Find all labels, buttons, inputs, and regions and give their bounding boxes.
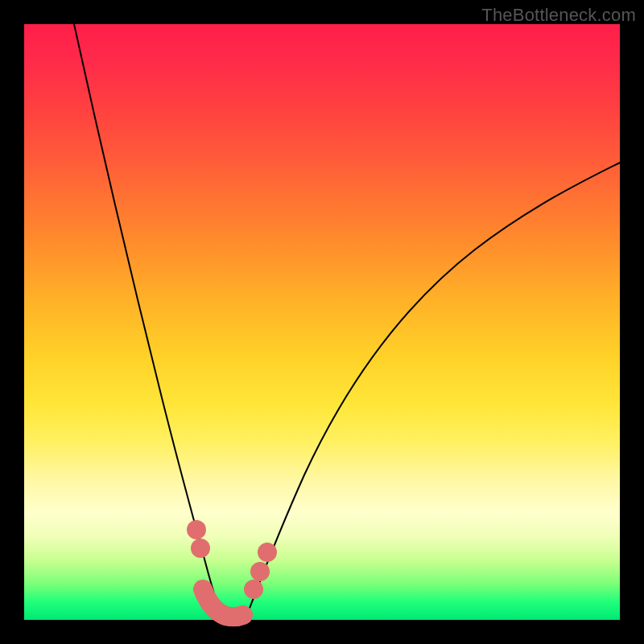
marker-left-2	[191, 539, 210, 558]
marker-left-1	[187, 520, 206, 539]
chart-frame: TheBottleneck.com	[0, 0, 644, 644]
curves-svg	[24, 24, 620, 620]
marker-right-1	[244, 580, 263, 599]
plot-area	[24, 24, 620, 620]
right-curve	[246, 163, 620, 617]
watermark-text: TheBottleneck.com	[481, 5, 636, 26]
marker-right-3	[258, 543, 277, 562]
trough-worm	[203, 589, 243, 617]
marker-right-2	[250, 562, 270, 581]
